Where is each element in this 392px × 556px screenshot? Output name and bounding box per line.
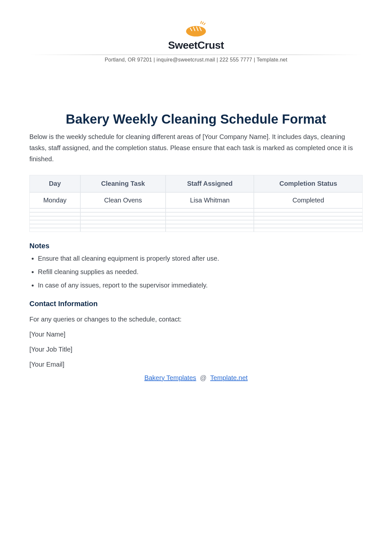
footer-link-template-net[interactable]: Template.net (210, 374, 248, 381)
header-divider (29, 55, 363, 55)
brand-name: SweetCrust (168, 39, 224, 51)
schedule-table: Day Cleaning Task Staff Assigned Complet… (29, 175, 363, 232)
brand-name-left: Sweet (168, 39, 197, 51)
document-header: SweetCrust Portland, OR 97201 | inquire@… (29, 20, 363, 66)
cell-day: Monday (29, 192, 80, 208)
contact-lead: For any queries or changes to the schedu… (29, 314, 363, 324)
footer-separator: @ (200, 374, 206, 381)
contact-heading: Contact Information (29, 300, 363, 308)
cell-task: Clean Ovens (80, 192, 166, 208)
col-task: Cleaning Task (80, 175, 166, 192)
cell-status: Completed (254, 192, 363, 208)
contact-name: [Your Name] (29, 329, 363, 339)
brand-contact-line: Portland, OR 97201 | inquire@sweetcrust.… (29, 57, 363, 63)
table-row-empty (29, 224, 363, 228)
list-item: Ensure that all cleaning equipment is pr… (38, 253, 363, 264)
table-row-empty (29, 228, 363, 232)
table-row-empty (29, 216, 363, 220)
brand-logo: SweetCrust (29, 20, 363, 51)
col-staff: Staff Assigned (166, 175, 254, 192)
contact-email: [Your Email] (29, 359, 363, 370)
contact-job: [Your Job Title] (29, 344, 363, 355)
bread-icon (183, 20, 209, 39)
page-title: Bakery Weekly Cleaning Schedule Format (29, 112, 363, 127)
notes-heading: Notes (29, 242, 363, 250)
intro-paragraph: Below is the weekly schedule for cleanin… (29, 131, 363, 165)
brand-name-right: Crust (197, 39, 224, 51)
table-row-empty (29, 220, 363, 224)
notes-list: Ensure that all cleaning equipment is pr… (29, 253, 363, 290)
table-header-row: Day Cleaning Task Staff Assigned Complet… (29, 175, 363, 192)
footer-links: Bakery Templates @ Template.net (29, 374, 363, 382)
cell-staff: Lisa Whitman (166, 192, 254, 208)
footer-link-bakery-templates[interactable]: Bakery Templates (144, 374, 196, 381)
table-row-empty (29, 208, 363, 212)
table-row-empty (29, 212, 363, 216)
table-row: Monday Clean Ovens Lisa Whitman Complete… (29, 192, 363, 208)
list-item: Refill cleaning supplies as needed. (38, 267, 363, 277)
list-item: In case of any issues, report to the sup… (38, 280, 363, 290)
contact-block: For any queries or changes to the schedu… (29, 314, 363, 370)
col-status: Completion Status (254, 175, 363, 192)
col-day: Day (29, 175, 80, 192)
